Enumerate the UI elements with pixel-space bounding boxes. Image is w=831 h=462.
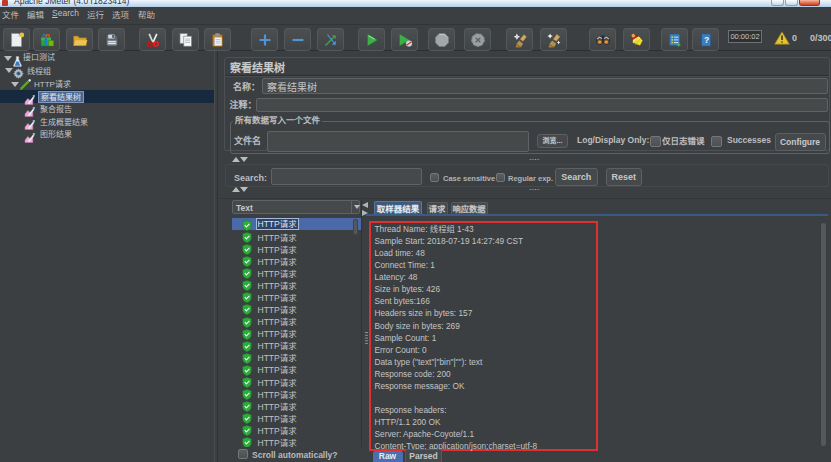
svg-text:?: ? xyxy=(704,35,709,45)
